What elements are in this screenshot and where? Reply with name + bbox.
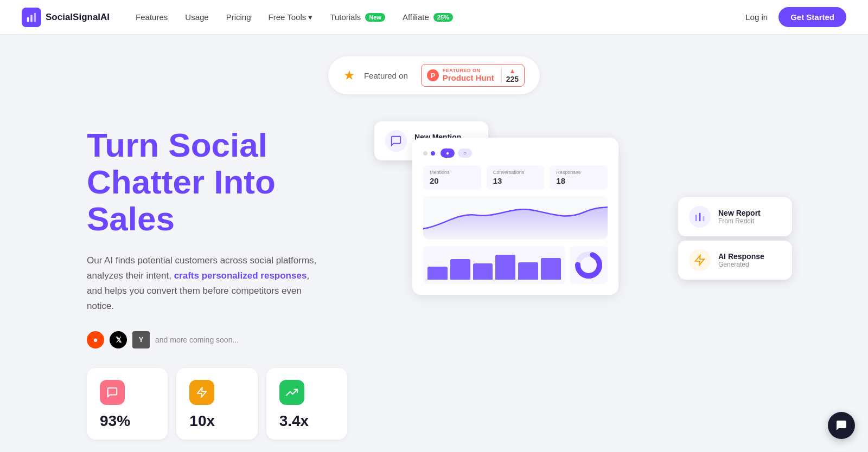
dash-dot-2: [431, 151, 435, 156]
more-platforms-text: and more coming soon...: [155, 335, 239, 344]
featured-banner[interactable]: ★ Featured on P FEATURED ON Product Hunt…: [328, 56, 540, 94]
hero-left: Turn Social Chatter Into Sales Our AI fi…: [87, 116, 347, 440]
hero-title: Turn Social Chatter Into Sales: [87, 127, 347, 238]
ph-name-label: Product Hunt: [443, 74, 494, 83]
hero-description: Our AI finds potential customers across …: [87, 253, 326, 314]
svg-marker-9: [695, 255, 705, 265]
affiliate-badge: 25%: [433, 13, 453, 22]
nav-actions: Log in Get Started: [745, 7, 846, 27]
ph-upvote-icon: ▲: [509, 67, 516, 75]
svg-rect-8: [703, 216, 705, 221]
svg-marker-3: [197, 388, 207, 397]
dash-pill2: ○: [458, 148, 472, 158]
stat-value-2: 3.4x: [279, 412, 334, 430]
dash-dot-1: [423, 151, 427, 156]
dash-stat-label-2: Responses: [556, 170, 601, 175]
stats-row: 93% 10x 3.4x: [87, 368, 347, 440]
dash-stat-0: Mentions 20: [423, 165, 481, 190]
svg-rect-7: [699, 213, 701, 222]
x-icon: 𝕏: [110, 331, 127, 348]
dash-pill: ●: [441, 148, 455, 158]
nav-affiliate[interactable]: Affiliate 25%: [403, 12, 453, 22]
ai-notification: AI Response Generated: [678, 241, 792, 280]
svg-rect-1: [30, 15, 33, 22]
report-subtitle: From Reddit: [718, 217, 761, 225]
stat-value-0: 93%: [100, 412, 155, 430]
chevron-down-icon: ▾: [308, 12, 312, 22]
ai-icon-bubble: [689, 249, 711, 271]
dash-stat-value-0: 20: [430, 176, 475, 185]
bar-0: [427, 267, 448, 280]
ph-logo-icon: P: [427, 69, 439, 81]
main-content: ★ Featured on P FEATURED ON Product Hunt…: [54, 35, 814, 440]
bar-chart: [423, 246, 565, 284]
yc-icon: Y: [132, 331, 150, 348]
star-icon: ★: [343, 68, 355, 83]
trend-icon: [279, 380, 304, 405]
bar-1: [450, 259, 470, 280]
reddit-icon: ●: [87, 331, 104, 348]
tutorials-badge: New: [365, 13, 385, 22]
chat-support-button[interactable]: [828, 412, 855, 439]
dash-stat-label-0: Mentions: [430, 170, 475, 175]
dash-stat-value-1: 13: [493, 176, 538, 185]
dash-stat-1: Conversations 13: [487, 165, 545, 190]
stat-card-1: 10x: [176, 368, 257, 440]
platform-icons: ● 𝕏 Y and more coming soon...: [87, 331, 347, 348]
svg-rect-2: [34, 12, 36, 22]
report-icon-bubble: [689, 206, 711, 228]
nav-free-tools[interactable]: Free Tools ▾: [269, 12, 313, 22]
nav-usage[interactable]: Usage: [185, 12, 208, 22]
nav-features[interactable]: Features: [136, 12, 168, 22]
navbar: SocialSignalAI Features Usage Pricing Fr…: [0, 0, 868, 35]
bar-2: [473, 263, 493, 280]
nav-pricing[interactable]: Pricing: [226, 12, 251, 22]
bar-4: [518, 262, 538, 280]
get-started-button[interactable]: Get Started: [778, 7, 846, 27]
featured-text: Featured on: [364, 71, 408, 80]
svg-rect-6: [695, 215, 697, 221]
report-title: New Report: [718, 209, 761, 217]
nav-links: Features Usage Pricing Free Tools ▾ Tuto…: [136, 12, 745, 22]
bar-3: [495, 255, 515, 280]
dash-stat-label-1: Conversations: [493, 170, 538, 175]
product-hunt-badge[interactable]: P FEATURED ON Product Hunt ▲ 225: [421, 64, 525, 87]
dashboard-card: ● ○ Mentions 20 Conversations 13 Respons…: [412, 138, 618, 295]
stat-card-0: 93%: [87, 368, 168, 440]
chart-area: [423, 196, 608, 240]
ai-title: AI Response: [718, 252, 764, 261]
hero-right: New Mention From Reddit ● ○ Mentions 20: [380, 116, 781, 398]
ph-score-value: 225: [506, 75, 519, 83]
mention-icon-bubble: [385, 130, 407, 152]
logo-text: SocialSignalAI: [46, 12, 110, 23]
dash-stat-2: Responses 18: [550, 165, 608, 190]
stat-card-2: 3.4x: [266, 368, 347, 440]
donut-chart: [570, 246, 608, 284]
login-button[interactable]: Log in: [745, 12, 768, 22]
dash-stat-value-2: 18: [556, 176, 601, 185]
logo[interactable]: SocialSignalAI: [22, 8, 110, 27]
logo-icon: [22, 8, 41, 27]
nav-tutorials[interactable]: Tutorials New: [330, 12, 385, 22]
stat-value-1: 10x: [189, 412, 244, 430]
bolt-icon: [189, 380, 214, 405]
bar-5: [541, 258, 561, 280]
hero-section: Turn Social Chatter Into Sales Our AI fi…: [87, 116, 781, 440]
report-notification: New Report From Reddit: [678, 197, 792, 236]
chat-icon: [100, 380, 125, 405]
svg-rect-0: [27, 17, 29, 22]
ai-subtitle: Generated: [718, 261, 764, 268]
